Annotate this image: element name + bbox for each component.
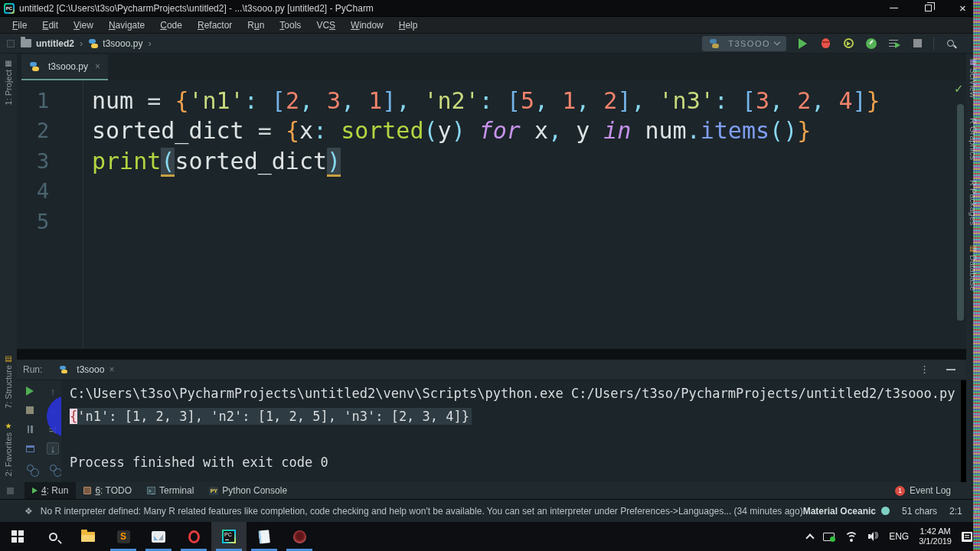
restore-button[interactable] [911, 0, 946, 17]
run-with-coverage-button[interactable] [841, 37, 855, 51]
taskbar-search-icon[interactable] [35, 522, 70, 551]
search-everywhere-icon[interactable] [943, 37, 957, 51]
tab-t3sooo-py[interactable]: t3sooo.py × [21, 54, 108, 80]
up-stack-trace-button[interactable]: ↑ [47, 385, 59, 397]
play-icon [32, 487, 38, 494]
run-tab-close-icon[interactable]: × [109, 364, 114, 375]
file-explorer-icon[interactable] [70, 522, 106, 551]
run-configuration-selector[interactable]: T3SOOO [702, 36, 786, 51]
code-line[interactable]: print(sorted_dict) [92, 146, 957, 176]
code-area[interactable]: num = {'n1': [2, 3, 1], 'n2': [5, 1, 2],… [92, 80, 957, 236]
toolwindow-button-label: 6: TODO [95, 485, 132, 496]
inspection-ok-icon[interactable]: ✓ [954, 82, 964, 96]
pause-output-button[interactable] [24, 423, 36, 435]
menu-window[interactable]: Window [343, 17, 391, 34]
rerun-button[interactable] [24, 385, 36, 397]
sidebar-item-favorites[interactable]: ★ 2: Favorites [4, 422, 13, 476]
stop-button[interactable] [910, 37, 924, 51]
code-token: 2 [797, 87, 811, 114]
line-number[interactable]: 1 [37, 86, 63, 116]
toolwindow-button-python-console[interactable]: PYPython Console [201, 482, 295, 499]
line-number[interactable]: 3 [37, 146, 63, 176]
tray-expand-chevron-icon[interactable] [805, 533, 814, 542]
console-line[interactable] [70, 428, 961, 451]
code-token: . [687, 117, 701, 144]
code-token: : [479, 87, 493, 114]
breadcrumb-project[interactable]: untitled2 [36, 38, 74, 49]
title-bar: PC untitled2 [C:\Users\t3so\PycharmProje… [0, 0, 980, 17]
restore-layout-button[interactable] [24, 442, 36, 455]
sidebar-item-project[interactable]: ▦ 1: Project [4, 54, 13, 105]
editor-scrollbar[interactable] [957, 104, 964, 321]
code-token: ( [161, 148, 175, 174]
scroll-to-end-button[interactable]: ↓ [47, 442, 59, 455]
breadcrumb-file[interactable]: t3sooo.py [103, 38, 142, 49]
notepad-icon[interactable] [247, 522, 282, 551]
hide-panel-icon[interactable] [946, 369, 956, 370]
menu-tools[interactable]: Tools [272, 17, 309, 34]
options-kebab-icon[interactable]: ⋮ [920, 367, 929, 372]
sidebar-item-structure[interactable]: ▤ 7: Structure [4, 355, 13, 409]
menu-help[interactable]: Help [391, 17, 426, 34]
media-viewer-icon[interactable] [141, 522, 176, 551]
caret-position[interactable]: 2:1 [949, 506, 962, 517]
stop-process-button[interactable] [24, 404, 36, 416]
language-indicator[interactable]: ENG [889, 531, 909, 542]
code-token: , [576, 87, 590, 114]
left-tool-stripe: ▦ 1: Project ▤ 7: Structure ★ 2: Favorit… [0, 54, 17, 482]
code-line[interactable]: sorted_dict = {x: sorted(y) for x, y in … [92, 116, 957, 145]
wifi-icon[interactable] [844, 532, 858, 542]
run-configurations-list-button[interactable] [887, 37, 901, 51]
code-token: sorted_dict [92, 117, 244, 144]
tool-window-switcher-icon[interactable] [7, 487, 14, 494]
menu-vcs[interactable]: VCS [309, 17, 343, 34]
print-icon[interactable] [47, 461, 59, 474]
debug-button[interactable] [818, 37, 832, 51]
pycharm-taskbar-icon[interactable]: PC [211, 522, 247, 551]
code-token [631, 117, 645, 144]
code-token: [ [272, 87, 286, 114]
recorder-app-icon[interactable] [282, 522, 317, 551]
menu-code[interactable]: Code [152, 17, 190, 34]
theme-indicator[interactable]: Material Oceanic [803, 506, 890, 517]
menu-file[interactable]: File [5, 17, 34, 34]
line-number[interactable]: 4 [37, 176, 63, 206]
toolwindow-button-6-todo[interactable]: 6: TODO [76, 482, 139, 499]
start-button[interactable] [0, 522, 35, 551]
line-number[interactable]: 5 [37, 207, 63, 236]
editor-console-splitter[interactable] [17, 349, 966, 360]
tab-close-icon[interactable]: × [95, 61, 100, 72]
menu-view[interactable]: View [66, 17, 101, 34]
event-log-button[interactable]: 1 Event Log [895, 485, 980, 496]
menu-navigate[interactable]: Navigate [101, 17, 152, 34]
volume-icon[interactable] [868, 532, 879, 541]
project-tool-label: 1: Project [4, 70, 13, 105]
console-line[interactable]: C:\Users\t3so\PycharmProjects\untitled2\… [70, 382, 961, 405]
menu-refactor[interactable]: Refactor [190, 17, 240, 34]
clock[interactable]: 1:42 AM 3/1/2019 [919, 527, 952, 546]
editor-gutter[interactable]: 12345 [17, 80, 63, 236]
menu-run[interactable]: Run [240, 17, 272, 34]
console-line[interactable]: Process finished with exit code 0 [70, 451, 961, 474]
sublime-text-icon[interactable]: S [106, 522, 141, 551]
toolwindow-button-terminal[interactable]: >_Terminal [139, 482, 201, 499]
code-line[interactable] [92, 176, 957, 206]
minimize-button[interactable] [877, 0, 911, 17]
run-tab-t3sooo[interactable]: t3sooo × [59, 364, 114, 375]
opera-browser-icon[interactable] [176, 522, 211, 551]
console-line[interactable]: {'n1': [1, 2, 3], 'n2': [1, 2, 5], 'n3':… [70, 405, 961, 428]
code-line[interactable] [92, 207, 957, 236]
code-line[interactable]: num = {'n1': [2, 3, 1], 'n2': [5, 1, 2],… [92, 86, 957, 116]
tray-device-icon[interactable] [823, 533, 835, 541]
profiler-button[interactable] [864, 37, 878, 51]
run-button[interactable] [795, 37, 809, 51]
code-token: ] [382, 87, 396, 114]
menu-edit[interactable]: Edit [34, 17, 66, 34]
code-token: 'n1' [188, 87, 243, 114]
line-number[interactable]: 2 [37, 116, 63, 145]
run-console-output[interactable]: C:\Users\t3so\PycharmProjects\untitled2\… [61, 380, 961, 482]
pin-tab-icon[interactable] [24, 461, 36, 474]
code-token [645, 87, 659, 114]
toolwindow-button-4-run[interactable]: 4: Run [24, 482, 76, 499]
action-center-icon[interactable] [962, 532, 972, 542]
